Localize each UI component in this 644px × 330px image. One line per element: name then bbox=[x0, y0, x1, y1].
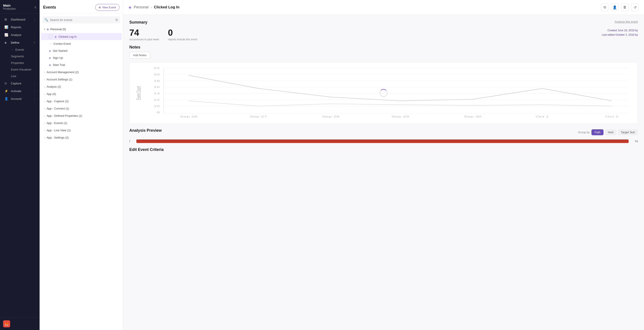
svg-text:10: 10 bbox=[154, 105, 160, 107]
group-by-href-button[interactable]: Href bbox=[605, 129, 616, 135]
sidebar-item-properties[interactable]: Properties bbox=[1, 60, 38, 66]
event-checkbox[interactable] bbox=[49, 35, 52, 38]
sidebar-item-label: Account bbox=[11, 97, 22, 100]
collapsed-group[interactable]: ›App - Capture (2) bbox=[41, 98, 122, 105]
sidebar: Main Production ⇅ ⊞ Dashboard › 📊 Report… bbox=[0, 0, 40, 330]
app-switcher[interactable]: Main Production ⇅ bbox=[0, 0, 40, 14]
define-icon: ◈ bbox=[4, 41, 9, 44]
sidebar-item-analyze[interactable]: 📈 Analyze › bbox=[1, 31, 38, 39]
analysis-title: Analysis Preview bbox=[129, 128, 162, 133]
svg-text:22: 22 bbox=[154, 67, 160, 69]
collapsed-group[interactable]: ›App - Defined Properties (1) bbox=[41, 112, 122, 119]
svg-text:8: 8 bbox=[156, 111, 160, 114]
chevron-right-icon: › bbox=[44, 107, 45, 110]
chevron-right-icon: › bbox=[34, 97, 35, 100]
new-event-button[interactable]: ⊕ New Event bbox=[95, 4, 120, 11]
sidebar-item-dashboard[interactable]: ⊞ Dashboard › bbox=[1, 16, 38, 23]
search-icon: 🔍 bbox=[44, 18, 48, 22]
sidebar-item-event-visualizer[interactable]: Event Visualizer bbox=[1, 66, 38, 73]
breadcrumb-icon: ◈ bbox=[128, 5, 132, 10]
sidebar-item-events[interactable]: → Events bbox=[1, 47, 38, 53]
event-marker-icon: ◈ bbox=[49, 56, 51, 60]
sidebar-item-capture[interactable]: ⊙ Capture › bbox=[1, 80, 38, 87]
group-by-label: Group by bbox=[578, 131, 590, 134]
analysis-count: 74 bbox=[631, 140, 638, 143]
svg-text:18: 18 bbox=[154, 80, 160, 82]
event-combo-event[interactable]: → Combo Event bbox=[41, 40, 122, 47]
personal-group-header[interactable]: ▾ ◈ Personal (5) bbox=[41, 26, 122, 33]
group-by-path-button[interactable]: Path bbox=[592, 129, 604, 135]
analysis-row: / 74 bbox=[129, 139, 638, 143]
svg-text:Sep 28: Sep 28 bbox=[322, 115, 340, 118]
sidebar-item-activate[interactable]: ⚡ Activate › bbox=[1, 87, 38, 95]
collapsed-group[interactable]: ›Analyze (2) bbox=[41, 83, 122, 90]
personal-group-icon: ◈ bbox=[47, 27, 49, 31]
chevron-right-icon: › bbox=[44, 115, 45, 117]
copy-button[interactable]: ⧉ bbox=[601, 4, 608, 11]
event-get-started[interactable]: ◈ Get Started bbox=[41, 47, 122, 54]
help-button[interactable]: 🦊 bbox=[3, 320, 10, 327]
events-panel: Events ⊕ New Event 🔍 ⚙ ▾ ◈ Personal (5) … bbox=[40, 0, 123, 330]
group-by-buttons: Path Href Target Text bbox=[592, 129, 638, 135]
analysis-bar bbox=[136, 139, 628, 143]
edit-section: Edit Event Criteria bbox=[129, 147, 638, 152]
group-label: App - Live View (1) bbox=[47, 129, 71, 132]
collapsed-group[interactable]: ›App - Events (1) bbox=[41, 120, 122, 126]
search-input[interactable] bbox=[50, 18, 112, 22]
event-marker-icon: ◈ bbox=[54, 35, 57, 38]
filter-icon[interactable]: ⚙ bbox=[115, 18, 118, 22]
personal-group-label: Personal (5) bbox=[50, 28, 66, 31]
sub-arrow-icon: → bbox=[11, 48, 14, 51]
chevron-right-icon: › bbox=[44, 136, 45, 139]
collapsed-group[interactable]: ›App (4) bbox=[41, 91, 122, 97]
user-button[interactable]: 👤 bbox=[611, 4, 618, 11]
svg-text:16: 16 bbox=[154, 86, 160, 88]
edited-label: Last edited bbox=[602, 33, 615, 36]
event-label: Clicked Log In bbox=[58, 35, 76, 38]
sidebar-item-label: Events bbox=[16, 48, 24, 51]
svg-text:Sep 29: Sep 29 bbox=[392, 115, 409, 118]
collapsed-group[interactable]: ›Account Management (2) bbox=[41, 69, 122, 76]
collapsed-groups: ›Account Management (2)›Account Settings… bbox=[40, 69, 123, 141]
reports-value: 0 bbox=[168, 28, 197, 37]
group-by-target-text-button[interactable]: Target Text bbox=[618, 129, 638, 135]
chart-loading-spinner bbox=[380, 89, 388, 97]
breadcrumb-separator: › bbox=[151, 6, 152, 9]
sidebar-item-live[interactable]: Live bbox=[1, 73, 38, 79]
sidebar-item-label: Capture bbox=[11, 82, 21, 85]
combo-arrow-icon: → bbox=[49, 42, 52, 45]
chevron-right-icon: › bbox=[44, 85, 45, 88]
occurrences-label: occurrences in past week bbox=[129, 38, 159, 41]
edit-title: Edit Event Criteria bbox=[129, 147, 164, 152]
svg-text:Sep 27: Sep 27 bbox=[250, 115, 267, 118]
events-list: ▾ ◈ Personal (5) ◈ Clicked Log In → Comb… bbox=[40, 25, 123, 330]
analysis-path-label: / bbox=[129, 139, 134, 143]
app-sub: Production bbox=[3, 7, 36, 10]
topbar: ◈ Personal › Clicked Log In ⧉ 👤 🗑 ↺ bbox=[123, 0, 644, 15]
collapsed-group[interactable]: ›Account Settings (1) bbox=[41, 76, 122, 83]
collapsed-group[interactable]: ›App - Settings (2) bbox=[41, 134, 122, 141]
event-start-trial[interactable]: ◈ Start Trial bbox=[41, 61, 122, 68]
sidebar-item-label: Define bbox=[11, 41, 19, 44]
event-marker-icon: ◈ bbox=[49, 49, 51, 52]
event-label: Combo Event bbox=[54, 42, 71, 45]
reports-label: reports include this event bbox=[168, 38, 197, 41]
chevron-right-icon: › bbox=[44, 122, 45, 124]
group-label: Account Settings (1) bbox=[47, 78, 72, 81]
sidebar-item-account[interactable]: 👤 Account › bbox=[1, 95, 38, 102]
svg-text:20: 20 bbox=[154, 73, 160, 76]
event-clicked-log-in[interactable]: ◈ Clicked Log In bbox=[41, 33, 122, 40]
collapsed-group[interactable]: ›App - Connect (1) bbox=[41, 105, 122, 112]
main-content: ◈ Personal › Clicked Log In ⧉ 👤 🗑 ↺ Summ… bbox=[123, 0, 644, 330]
history-button[interactable]: ↺ bbox=[631, 4, 639, 11]
event-sign-up[interactable]: ◈ Sign Up bbox=[41, 54, 122, 61]
delete-button[interactable]: 🗑 bbox=[621, 4, 628, 11]
analyze-event-link[interactable]: Analyze this event bbox=[614, 20, 638, 23]
activate-icon: ⚡ bbox=[4, 89, 9, 93]
sidebar-item-reports[interactable]: 📊 Reports bbox=[1, 23, 38, 31]
sidebar-item-label: Segments bbox=[11, 55, 24, 58]
add-notes-button[interactable]: Add Notes bbox=[129, 52, 150, 59]
sidebar-item-segments[interactable]: Segments bbox=[1, 53, 38, 60]
sidebar-item-define[interactable]: ◈ Define ▾ bbox=[1, 39, 38, 46]
collapsed-group[interactable]: ›App - Live View (1) bbox=[41, 127, 122, 134]
